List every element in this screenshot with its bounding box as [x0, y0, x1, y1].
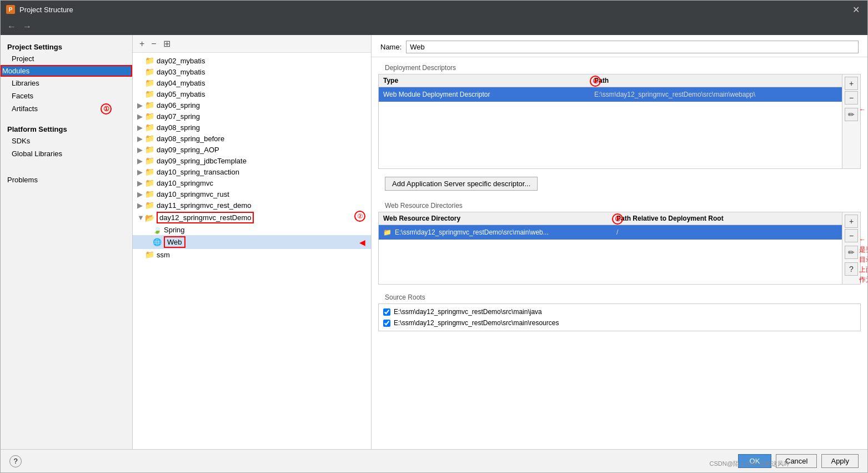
name-input[interactable] — [406, 41, 859, 53]
wrd-remove-button[interactable]: − — [845, 229, 858, 242]
source-root-checkbox-java[interactable] — [383, 308, 390, 316]
source-roots-label: Source Roots — [378, 291, 861, 303]
tree-remove-button[interactable]: − — [149, 38, 158, 50]
content-panel: Name: Deployment Descriptors Type ④ — [372, 35, 867, 449]
tree-toolbar: + − ⊞ — [133, 35, 371, 53]
tree-item-day11[interactable]: ▶ 📁 day11_springmvc_rest_demo — [133, 200, 371, 211]
source-root-checkbox-resources[interactable] — [383, 320, 390, 327]
apply-button[interactable]: Apply — [821, 454, 859, 468]
tree-item-day08b[interactable]: ▶ 📁 day08_spring_before — [133, 133, 371, 144]
nav-row: ← → — [1, 18, 867, 35]
watermark: CSDN@陌上少年·且听这风吟 — [710, 460, 790, 468]
sidebar-item-sdks[interactable]: SDKs — [1, 135, 132, 147]
tree-add-button[interactable]: + — [137, 38, 147, 50]
sidebar-item-problems[interactable]: Problems — [7, 173, 132, 186]
sidebar-item-artifacts[interactable]: Artifacts — [1, 102, 132, 115]
deployment-descriptors-section: Deployment Descriptors Type ④ Path — [378, 62, 861, 169]
wrd-table-row[interactable]: 📁 E:\ssm\day12_springmvc_restDemo\src\ma… — [379, 225, 842, 240]
dd-edit-button[interactable]: ✏ — [845, 108, 858, 121]
annotation-circle-4: ④ — [590, 76, 601, 87]
tree-item-day10mvc[interactable]: ▶ 📁 day10_springmvc — [133, 177, 371, 188]
sidebar-item-modules[interactable]: Modules — [1, 65, 132, 77]
tree-item-day10rust[interactable]: ▶ 📁 day10_springmvc_rust — [133, 188, 371, 200]
sidebar-item-facets[interactable]: Facets — [1, 89, 132, 102]
wrd-section-label: Web Resource Directories — [378, 200, 861, 212]
dd-table-header: Type ④ Path — [379, 74, 842, 87]
name-row: Name: — [372, 35, 867, 57]
wrd-table-header: Web Resource Directory ⑤ Path Relative t… — [379, 212, 842, 225]
wrd-help-button[interactable]: ? — [845, 262, 858, 276]
platform-settings-label: Platform Settings — [1, 122, 132, 135]
annotation-circle-5: ⑤ — [612, 213, 623, 225]
sidebar: Project Settings Project Modules Librari… — [1, 35, 133, 449]
tree-item-day08[interactable]: ▶ 📁 day08_spring — [133, 122, 371, 133]
project-settings-label: Project Settings — [1, 39, 132, 52]
forward-button[interactable]: → — [21, 21, 34, 33]
back-button[interactable]: ← — [5, 21, 18, 33]
dd-table-row[interactable]: Web Module Deployment Descriptor E:\ssm\… — [379, 87, 842, 102]
tree-body: 📁 day02_mybatis 📁 day03_mybatis 📁 day04_… — [133, 53, 371, 449]
tree-item-day10tx[interactable]: ▶ 📁 day10_spring_transaction — [133, 166, 371, 177]
dd-add-button[interactable]: + — [845, 77, 858, 90]
source-root-row-java[interactable]: E:\ssm\day12_springmvc_restDemo\src\main… — [379, 306, 860, 317]
dd-remove-button[interactable]: − — [845, 91, 858, 104]
dialog-title: Project Structure — [19, 6, 73, 14]
dd-col-path: Path — [594, 77, 837, 84]
tree-item-day06[interactable]: ▶ 📁 day06_spring — [133, 99, 371, 111]
annotation-arrow-web: ◀ — [359, 238, 365, 247]
close-button[interactable]: ✕ — [850, 4, 862, 15]
tree-item-day07[interactable]: ▶ 📁 day07_spring — [133, 111, 371, 122]
web-resource-directories-section: Web Resource Directories Web Resource Di… — [378, 200, 861, 285]
wrd-cell-path: / — [616, 228, 837, 236]
wrd-add-button[interactable]: + — [845, 215, 858, 228]
annotation-edit-path: ← 点这个✏，重新修改Path地址，是web.xml文件所在的路径 — [859, 105, 867, 114]
dd-section-label: Deployment Descriptors — [378, 62, 861, 74]
sidebar-item-project[interactable]: Project — [1, 52, 132, 65]
tree-item-day03[interactable]: 📁 day03_mybatis — [133, 66, 371, 77]
title-bar: P Project Structure ✕ — [1, 1, 867, 18]
help-button[interactable]: ? — [9, 455, 22, 467]
app-icon: P — [6, 5, 15, 14]
dd-cell-path: E:\ssm\day12_springmvc_restDemo\src\main… — [594, 91, 837, 98]
annotation-web-root: ← 点这个✏，重新修改选择web工程的根目录，这里 是要和上面web.xml文件… — [859, 235, 867, 285]
source-root-row-resources[interactable]: E:\ssm\day12_springmvc_restDemo\src\main… — [379, 317, 860, 328]
tree-item-day09aop[interactable]: ▶ 📁 day09_spring_AOP — [133, 144, 371, 155]
main-area: Project Settings Project Modules Librari… — [1, 35, 867, 449]
dd-cell-type: Web Module Deployment Descriptor — [383, 91, 594, 98]
tree-item-web[interactable]: 🌐 Web ◀ ③ — [133, 235, 371, 249]
tree-copy-button[interactable]: ⊞ — [161, 37, 173, 50]
tree-item-ssm[interactable]: 📁 ssm — [133, 249, 371, 260]
wrd-col-path: Path Relative to Deployment Root — [616, 215, 837, 222]
wrd-edit-button[interactable]: ✏ — [845, 246, 858, 259]
title-bar-left: P Project Structure — [6, 5, 73, 14]
tree-item-day05[interactable]: 📁 day05_mybatis — [133, 88, 371, 99]
tree-item-day04[interactable]: 📁 day04_mybatis — [133, 77, 371, 88]
add-descriptor-container: Add Application Server specific descript… — [378, 172, 861, 195]
tree-item-day09jdbc[interactable]: ▶ 📁 day09_spring_jdbcTemplate — [133, 155, 371, 166]
name-label: Name: — [380, 43, 402, 51]
dd-col-type: Type ④ — [383, 77, 594, 84]
wrd-col-dir: Web Resource Directory ⑤ — [383, 215, 616, 222]
sidebar-item-libraries[interactable]: Libraries — [1, 77, 132, 89]
project-structure-dialog: P Project Structure ✕ ← → Project Settin… — [0, 0, 868, 473]
tree-panel: + − ⊞ 📁 day02_mybatis 📁 day03_mybatis — [133, 35, 372, 449]
tree-item-day02[interactable]: 📁 day02_mybatis — [133, 55, 371, 66]
tree-item-day12[interactable]: ▼ 📂 day12_springmvc_restDemo ② — [133, 211, 371, 225]
source-roots-section: Source Roots E:\ssm\day12_springmvc_rest… — [378, 291, 861, 331]
sidebar-item-global-libraries[interactable]: Global Libraries — [1, 147, 132, 160]
add-descriptor-button[interactable]: Add Application Server specific descript… — [385, 177, 538, 191]
content-body: Deployment Descriptors Type ④ Path — [372, 57, 867, 449]
annotation-circle-2: ② — [354, 211, 365, 222]
tree-item-spring[interactable]: 🍃 Spring — [133, 225, 371, 235]
